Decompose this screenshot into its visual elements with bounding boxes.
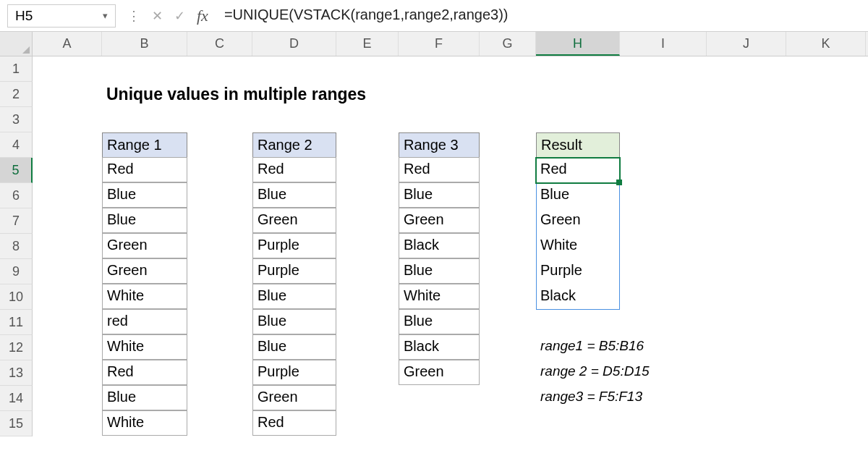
cell-d14[interactable]: Green	[252, 385, 336, 410]
cell-f10[interactable]: White	[399, 284, 480, 309]
header-range3[interactable]: Range 3	[399, 132, 480, 158]
cell-h10[interactable]: Black	[536, 284, 620, 310]
dots-icon: ⋮	[127, 8, 140, 24]
cell-b10[interactable]: White	[102, 284, 187, 309]
cell-b11[interactable]: red	[102, 309, 187, 334]
formula-bar-icons: ⋮ ✕ ✓ fx	[119, 7, 217, 25]
cell-d8[interactable]: Purple	[252, 233, 336, 258]
formula-input[interactable]: =UNIQUE(VSTACK(range1,range2,range3))	[217, 4, 868, 28]
row-header-2[interactable]: 2	[0, 82, 33, 107]
col-header-g[interactable]: G	[480, 32, 536, 56]
cell-h6[interactable]: Blue	[536, 183, 620, 208]
header-range2[interactable]: Range 2	[252, 132, 336, 158]
row-header-8[interactable]: 8	[0, 234, 33, 259]
row-header-15[interactable]: 15	[0, 411, 33, 436]
enter-icon[interactable]: ✓	[174, 8, 185, 24]
row-header-14[interactable]: 14	[0, 386, 33, 411]
cell-b12[interactable]: White	[102, 334, 187, 360]
cell-f12[interactable]: Black	[399, 334, 480, 360]
cell-b14[interactable]: Blue	[102, 385, 187, 410]
col-header-d[interactable]: D	[252, 32, 336, 56]
col-header-i[interactable]: I	[620, 32, 707, 56]
page-title[interactable]: Unique values in multiple ranges	[102, 82, 427, 107]
cell-f13[interactable]: Green	[399, 360, 480, 385]
row-header-12[interactable]: 12	[0, 335, 33, 360]
note-range3[interactable]: range3 = F5:F13	[536, 386, 724, 411]
cell-b7[interactable]: Blue	[102, 208, 187, 233]
col-header-k[interactable]: K	[786, 32, 866, 56]
col-header-h[interactable]: H	[536, 32, 620, 56]
row-header-10[interactable]: 10	[0, 284, 33, 310]
col-header-j[interactable]: J	[707, 32, 786, 56]
row-header-7[interactable]: 7	[0, 208, 33, 234]
note-range2[interactable]: range 2 = D5:D15	[536, 360, 724, 386]
cell-f5[interactable]: Red	[399, 157, 480, 182]
col-header-a[interactable]: A	[33, 32, 102, 56]
cell-f7[interactable]: Green	[399, 208, 480, 233]
row-header-3[interactable]: 3	[0, 107, 33, 132]
cells-area[interactable]: Unique values in multiple ranges Range 1…	[33, 56, 868, 436]
row-header-5[interactable]: 5	[0, 158, 33, 183]
cell-b9[interactable]: Green	[102, 258, 187, 284]
cell-b8[interactable]: Green	[102, 233, 187, 258]
header-range1[interactable]: Range 1	[102, 132, 187, 158]
header-result[interactable]: Result	[536, 132, 620, 158]
column-headers: A B C D E F G H I J K	[0, 32, 868, 56]
cell-d15[interactable]: Red	[252, 410, 336, 436]
cell-d11[interactable]: Blue	[252, 309, 336, 334]
cell-d9[interactable]: Purple	[252, 258, 336, 284]
col-header-c[interactable]: C	[187, 32, 252, 56]
row-header-9[interactable]: 9	[0, 259, 33, 284]
col-header-b[interactable]: B	[102, 32, 187, 56]
row-header-6[interactable]: 6	[0, 183, 33, 208]
fx-icon[interactable]: fx	[197, 7, 208, 25]
cell-d10[interactable]: Blue	[252, 284, 336, 309]
note-range1[interactable]: range1 = B5:B16	[536, 335, 724, 360]
cell-b5[interactable]: Red	[102, 157, 187, 182]
cell-h9[interactable]: Purple	[536, 259, 620, 284]
formula-bar: H5 ▾ ⋮ ✕ ✓ fx =UNIQUE(VSTACK(range1,rang…	[0, 0, 868, 32]
row-header-13[interactable]: 13	[0, 360, 33, 386]
cell-d13[interactable]: Purple	[252, 360, 336, 385]
cell-d6[interactable]: Blue	[252, 182, 336, 208]
col-header-f[interactable]: F	[399, 32, 480, 56]
cell-d7[interactable]: Green	[252, 208, 336, 233]
cancel-icon[interactable]: ✕	[152, 8, 163, 24]
cell-b6[interactable]: Blue	[102, 182, 187, 208]
row-header-1[interactable]: 1	[0, 56, 33, 82]
name-box[interactable]: H5 ▾	[7, 4, 116, 28]
fill-handle[interactable]	[616, 180, 622, 185]
cell-f9[interactable]: Blue	[399, 258, 480, 284]
row-headers: 1 2 3 4 5 6 7 8 9 10 11 12 13 14 15	[0, 56, 33, 436]
col-header-e[interactable]: E	[336, 32, 399, 56]
cell-f6[interactable]: Blue	[399, 182, 480, 208]
cell-d5[interactable]: Red	[252, 157, 336, 182]
cell-h7[interactable]: Green	[536, 208, 620, 234]
cell-f11[interactable]: Blue	[399, 309, 480, 334]
name-box-value: H5	[15, 8, 33, 24]
select-all-corner[interactable]	[0, 32, 33, 56]
row-header-4[interactable]: 4	[0, 132, 33, 158]
cell-h8[interactable]: White	[536, 234, 620, 259]
cell-b13[interactable]: Red	[102, 360, 187, 385]
active-cell-selection	[535, 157, 621, 184]
cell-d12[interactable]: Blue	[252, 334, 336, 360]
cell-f8[interactable]: Black	[399, 233, 480, 258]
row-header-11[interactable]: 11	[0, 310, 33, 335]
cell-b15[interactable]: White	[102, 410, 187, 436]
chevron-down-icon[interactable]: ▾	[103, 10, 108, 21]
